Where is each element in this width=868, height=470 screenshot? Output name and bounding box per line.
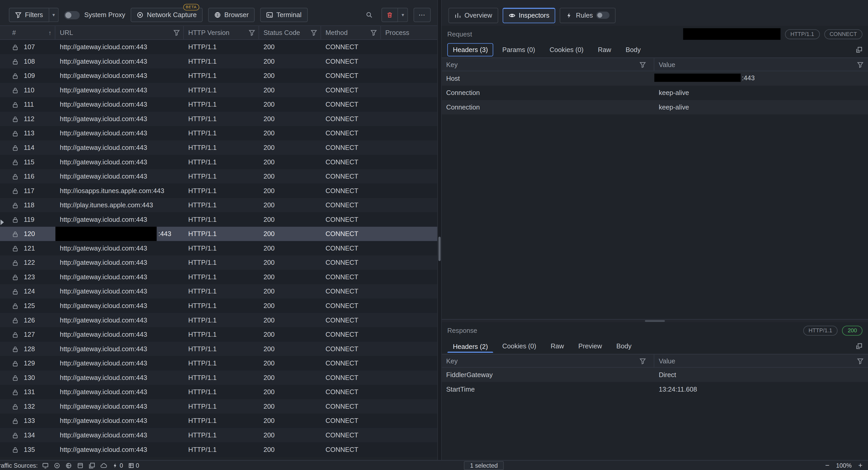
table-row[interactable]: 108http://gateway.icloud.com:443HTTP/1.1… [0,54,437,69]
more-options-button[interactable]: ⋯ [413,8,431,22]
row-http-version: HTTP/1.1 [184,169,259,184]
terminal-button[interactable]: Terminal [260,8,308,22]
rules-toggle[interactable] [596,12,610,19]
tab-inspectors[interactable]: Inspectors [503,7,556,23]
filters-dropdown-button[interactable]: ▾ [49,8,59,22]
scrollbar-thumb[interactable] [438,237,441,261]
clear-traffic-button[interactable] [382,8,398,22]
grid-header-key[interactable]: Key [442,58,654,71]
header-row[interactable]: FiddlerGatewayDirect [442,368,868,382]
table-row[interactable]: 115http://gateway.icloud.com:443HTTP/1.1… [0,155,437,169]
request-tab-raw[interactable]: Raw [592,43,617,57]
column-header-status-code[interactable]: Status Code [259,26,321,39]
table-row[interactable]: 120:443HTTP/1.1200CONNECT [0,227,437,241]
grid-header-value[interactable]: Value [654,58,868,71]
copy-icon[interactable] [89,462,95,469]
network-capture-label: Network Capture [147,11,197,19]
zoom-out-button[interactable]: − [825,462,829,469]
table-row[interactable]: 118http://play.itunes.apple.com:443HTTP/… [0,198,437,212]
filter-icon[interactable] [248,29,255,36]
column-header-http-version[interactable]: HTTP Version [184,26,259,39]
package-icon[interactable] [77,462,84,469]
request-tab-cookies[interactable]: Cookies (0) [544,43,589,57]
table-row[interactable]: 123http://gateway.icloud.com:443HTTP/1.1… [0,270,437,284]
monitor-icon[interactable] [42,462,49,469]
table-row[interactable]: 124http://gateway.icloud.com:443HTTP/1.1… [0,284,437,299]
response-tab-headers[interactable]: Headers (2) [447,340,493,352]
response-tab-cookies[interactable]: Cookies (0) [497,340,542,353]
filters-button[interactable]: Filters [9,8,49,22]
row-url: http://gateway.icloud.com:443 [56,54,184,69]
cloud-icon[interactable] [100,462,107,469]
table-row[interactable]: 135http://gateway.icloud.com:443HTTP/1.1… [0,442,437,457]
table-row[interactable]: 126http://gateway.icloud.com:443HTTP/1.1… [0,313,437,327]
section-splitter[interactable] [442,319,868,323]
row-process [381,69,437,83]
zoom-in-button[interactable]: + [858,462,862,469]
filter-icon[interactable] [857,61,864,68]
sort-asc-icon[interactable]: ↑ [49,29,52,36]
table-row[interactable]: 121http://gateway.icloud.com:443HTTP/1.1… [0,241,437,256]
filter-icon[interactable] [640,358,646,364]
column-header-method[interactable]: Method [321,26,381,39]
table-row[interactable]: 125http://gateway.icloud.com:443HTTP/1.1… [0,299,437,313]
table-row[interactable]: 114http://gateway.icloud.com:443HTTP/1.1… [0,140,437,155]
table-row[interactable]: 122http://gateway.icloud.com:443HTTP/1.1… [0,256,437,270]
table-row[interactable]: 128http://gateway.icloud.com:443HTTP/1.1… [0,342,437,356]
header-row[interactable]: Connectionkeep-alive [442,86,868,100]
table-row[interactable]: 131http://gateway.icloud.com:443HTTP/1.1… [0,385,437,399]
row-http-version: HTTP/1.1 [184,241,259,256]
browser-button[interactable]: Browser [208,8,255,22]
column-header-url[interactable]: URL [56,26,184,39]
table-row[interactable]: 117http://iosapps.itunes.apple.com:443HT… [0,183,437,198]
table-row[interactable]: 107http://gateway.icloud.com:443HTTP/1.1… [0,40,437,54]
row-url: http://gateway.icloud.com:443 [56,284,184,299]
table-row[interactable]: 130http://gateway.icloud.com:443HTTP/1.1… [0,370,437,385]
table-row[interactable]: 119http://gateway.icloud.com:443HTTP/1.1… [0,212,437,227]
header-row[interactable]: Connectionkeep-alive [442,100,868,115]
chart-icon [455,12,461,19]
selection-count: 1 selected [464,461,504,470]
filter-icon[interactable] [370,29,377,36]
table-row[interactable]: 112http://gateway.icloud.com:443HTTP/1.1… [0,112,437,126]
request-tab-params[interactable]: Params (0) [497,43,541,57]
traffic-rows: 107http://gateway.icloud.com:443HTTP/1.1… [0,40,437,460]
response-tab-raw[interactable]: Raw [545,340,569,353]
system-proxy-toggle[interactable] [64,11,80,19]
column-header-process[interactable]: Process [381,26,437,39]
expand-response-button[interactable] [856,343,863,350]
header-row[interactable]: Host:443 [442,71,868,86]
target-icon[interactable] [54,462,60,469]
filter-icon[interactable] [311,29,317,36]
row-method: CONNECT [321,313,381,327]
grid-header-key[interactable]: Key [442,354,654,367]
table-row[interactable]: 129http://gateway.icloud.com:443HTTP/1.1… [0,356,437,371]
search-button[interactable] [363,8,376,22]
grid-header-value[interactable]: Value [654,354,868,367]
column-header-number[interactable]: # ↑ [0,26,56,39]
filter-icon[interactable] [173,29,180,36]
filter-icon[interactable] [640,61,646,68]
table-row[interactable]: 127http://gateway.icloud.com:443HTTP/1.1… [0,327,437,342]
globe-icon[interactable] [65,462,72,469]
expand-request-button[interactable] [856,46,863,53]
header-row[interactable]: StartTime13:24:11.608 [442,382,868,397]
response-tab-body[interactable]: Body [611,340,637,353]
clear-dropdown-button[interactable]: ▾ [398,8,408,22]
filter-icon[interactable] [857,358,864,364]
terminal-icon [266,12,273,19]
table-row[interactable]: 133http://gateway.icloud.com:443HTTP/1.1… [0,413,437,428]
table-row[interactable]: 111http://gateway.icloud.com:443HTTP/1.1… [0,97,437,112]
request-tab-body[interactable]: Body [620,43,646,57]
table-row[interactable]: 113http://gateway.icloud.com:443HTTP/1.1… [0,126,437,140]
table-row[interactable]: 132http://gateway.icloud.com:443HTTP/1.1… [0,399,437,414]
request-tab-headers[interactable]: Headers (3) [447,43,493,57]
table-row[interactable]: 116http://gateway.icloud.com:443HTTP/1.1… [0,169,437,184]
table-row[interactable]: 109http://gateway.icloud.com:443HTTP/1.1… [0,69,437,83]
table-row[interactable]: 134http://gateway.icloud.com:443HTTP/1.1… [0,428,437,443]
response-tab-preview[interactable]: Preview [573,340,608,353]
tab-overview[interactable]: Overview [448,7,498,23]
request-header: Request HTTP/1.1 CONNECT [442,26,868,42]
table-row[interactable]: 110http://gateway.icloud.com:443HTTP/1.1… [0,83,437,97]
tab-rules[interactable]: Rules [560,7,616,23]
